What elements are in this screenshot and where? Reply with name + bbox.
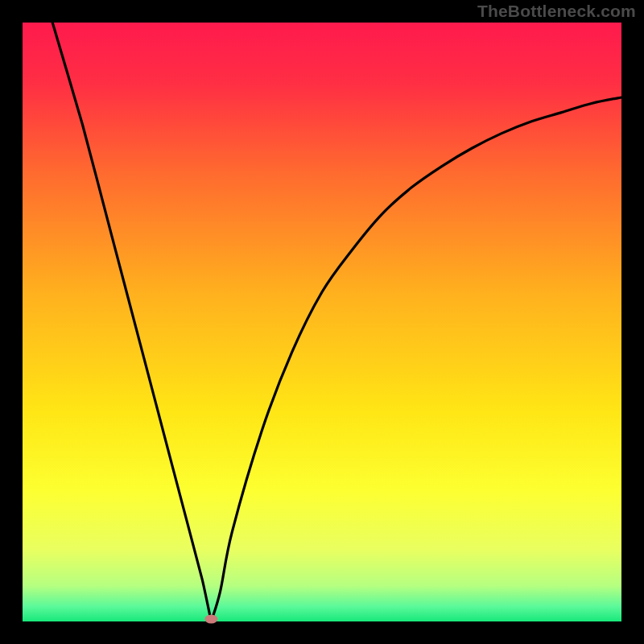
bottleneck-chart [0,0,644,644]
optimum-marker [204,615,217,624]
chart-gradient-area [23,23,621,621]
watermark-text: TheBottleneck.com [477,2,636,21]
chart-frame: TheBottleneck.com [0,0,644,644]
